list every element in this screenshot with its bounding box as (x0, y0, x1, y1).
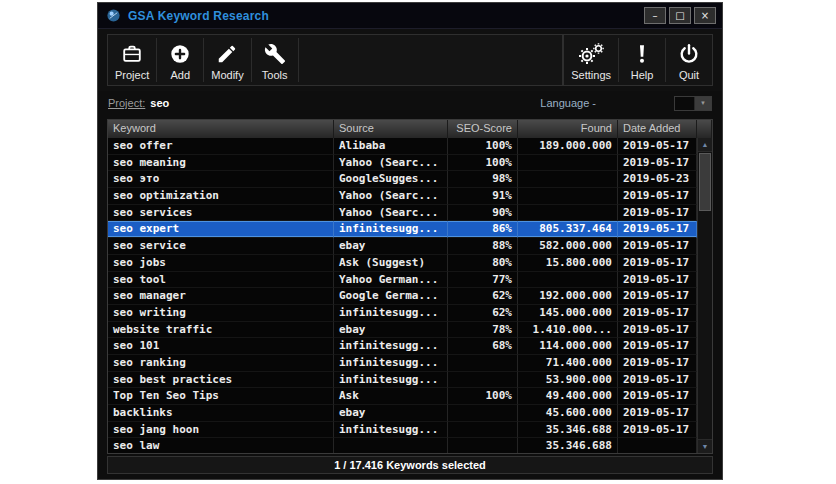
table-row[interactable]: seo best practices infinitesugg... 53.90… (108, 372, 697, 389)
column-header-found[interactable]: Found (518, 120, 618, 138)
column-header-scroll-spacer (697, 120, 712, 138)
toolbar-separator (298, 38, 299, 82)
table-row[interactable]: Top Ten Seo Tips Ask 100% 49.400.000 201… (108, 388, 697, 405)
cell-keyword: seo writing (108, 305, 334, 322)
column-header-source[interactable]: Source (334, 120, 448, 138)
table-row[interactable]: seo ranking infinitesugg... 71.400.000 2… (108, 355, 697, 372)
cell-date-added (618, 438, 697, 453)
scrollbar-thumb[interactable] (699, 153, 711, 211)
column-header-keyword[interactable]: Keyword (108, 120, 334, 138)
cell-source: Yahoo German... (334, 272, 448, 289)
table-row[interactable]: seo offer Alibaba 100% 189.000.000 2019-… (108, 138, 697, 155)
cell-date-added: 2019-05-17 (618, 138, 697, 155)
cell-source: ebay (334, 238, 448, 255)
table-row[interactable]: seo optimization Yahoo (Searc... 91% 201… (108, 188, 697, 205)
project-bar: Project: seo Language - ▼ (98, 91, 722, 115)
cell-date-added: 2019-05-17 (618, 272, 697, 289)
language-dropdown[interactable]: Language - (540, 97, 596, 109)
cell-source: Ask (Suggest) (334, 255, 448, 272)
quit-button[interactable]: Quit (666, 35, 712, 85)
cell-found: 45.600.000 (518, 405, 618, 422)
pencil-icon (216, 41, 238, 67)
cell-found (518, 272, 618, 289)
table-row[interactable]: seo 101 infinitesugg... 68% 114.000.000 … (108, 338, 697, 355)
table-body-wrap: seo offer Alibaba 100% 189.000.000 2019-… (108, 138, 712, 453)
cell-found (518, 171, 618, 188)
project-button[interactable]: Project (108, 35, 156, 85)
cell-date-added: 2019-05-17 (618, 422, 697, 439)
cell-seo-score: 80% (448, 255, 518, 272)
close-button[interactable]: × (694, 7, 716, 24)
maximize-button[interactable]: □ (669, 7, 691, 24)
gears-icon (577, 41, 605, 67)
cell-source: ebay (334, 322, 448, 339)
table-row[interactable]: seo services Yahoo (Searc... 90% 2019-05… (108, 205, 697, 222)
scroll-down-button[interactable]: ▼ (698, 439, 712, 453)
cell-date-added: 2019-05-17 (618, 155, 697, 172)
table-row[interactable]: seo expert infinitesugg... 86% 805.337.4… (108, 221, 697, 238)
cell-keyword: Top Ten Seo Tips (108, 388, 334, 405)
table-row[interactable]: seo tool Yahoo German... 77% 2019-05-17 (108, 272, 697, 289)
table-row[interactable]: seo writing infinitesugg... 62% 145.000.… (108, 305, 697, 322)
cell-seo-score (448, 422, 518, 439)
cell-source: Yahoo (Searc... (334, 155, 448, 172)
add-button[interactable]: Add (157, 35, 203, 85)
cell-keyword: seo ranking (108, 355, 334, 372)
modify-button[interactable]: Modify (204, 35, 250, 85)
project-button-label: Project (115, 69, 149, 81)
cell-found: 145.000.000 (518, 305, 618, 322)
cell-source: infinitesugg... (334, 422, 448, 439)
cell-keyword: seo tool (108, 272, 334, 289)
tools-button[interactable]: Tools (252, 35, 298, 85)
cell-found: 35.346.688 (518, 438, 618, 453)
keyword-table-body: seo offer Alibaba 100% 189.000.000 2019-… (108, 138, 697, 453)
table-row[interactable]: seo jobs Ask (Suggest) 80% 15.800.000 20… (108, 255, 697, 272)
column-header-seo-score[interactable]: SEO-Score (448, 120, 518, 138)
cell-seo-score (448, 438, 518, 453)
cell-seo-score: 100% (448, 155, 518, 172)
combo-dropdown-button[interactable]: ▼ (694, 97, 711, 110)
quit-button-label: Quit (679, 69, 699, 81)
cell-keyword: seo expert (108, 221, 334, 238)
cell-found: 189.000.000 (518, 138, 618, 155)
table-row[interactable]: seo manager Google Germa... 62% 192.000.… (108, 288, 697, 305)
table-row[interactable]: seo это GoogleSugges... 98% 2019-05-23 (108, 171, 697, 188)
table-row[interactable]: seo meaning Yahoo (Searc... 100% 2019-05… (108, 155, 697, 172)
cell-date-added: 2019-05-17 (618, 288, 697, 305)
table-row[interactable]: website traffic ebay 78% 1.410.000... 20… (108, 322, 697, 339)
modify-button-label: Modify (211, 69, 243, 81)
vertical-scrollbar[interactable]: ▲ ▼ (697, 138, 712, 453)
status-text: 1 / 17.416 Keywords selected (334, 459, 486, 471)
cell-keyword: seo meaning (108, 155, 334, 172)
cell-date-added: 2019-05-17 (618, 355, 697, 372)
settings-button[interactable]: Settings (564, 35, 618, 85)
app-icon (104, 8, 122, 24)
cell-found: 1.410.000... (518, 322, 618, 339)
cell-date-added: 2019-05-17 (618, 188, 697, 205)
cell-source: infinitesugg... (334, 305, 448, 322)
cell-date-added: 2019-05-17 (618, 221, 697, 238)
cell-seo-score: 86% (448, 221, 518, 238)
cell-seo-score: 62% (448, 305, 518, 322)
minimize-button[interactable]: – (644, 7, 666, 24)
project-link[interactable]: Project: (108, 97, 145, 109)
cell-source: ebay (334, 405, 448, 422)
table-row[interactable]: seo law 35.346.688 (108, 438, 697, 453)
table-row[interactable]: seo jang hoon infinitesugg... 35.346.688… (108, 422, 697, 439)
cell-seo-score: 77% (448, 272, 518, 289)
tools-button-label: Tools (262, 69, 288, 81)
column-header-date-added[interactable]: Date Added (618, 120, 697, 138)
cell-keyword: seo optimization (108, 188, 334, 205)
power-icon (678, 41, 700, 67)
scroll-up-button[interactable]: ▲ (698, 138, 712, 152)
cell-seo-score: 100% (448, 138, 518, 155)
table-row[interactable]: backlinks ebay 45.600.000 2019-05-17 (108, 405, 697, 422)
filter-combobox[interactable]: ▼ (674, 96, 712, 111)
help-button[interactable]: Help (619, 35, 665, 85)
toolbar-left-panel: Project Add Modify (107, 34, 563, 86)
cell-date-added: 2019-05-17 (618, 305, 697, 322)
table-row[interactable]: seo service ebay 88% 582.000.000 2019-05… (108, 238, 697, 255)
exclamation-icon (631, 41, 653, 67)
cell-date-added: 2019-05-23 (618, 171, 697, 188)
cell-seo-score (448, 372, 518, 389)
